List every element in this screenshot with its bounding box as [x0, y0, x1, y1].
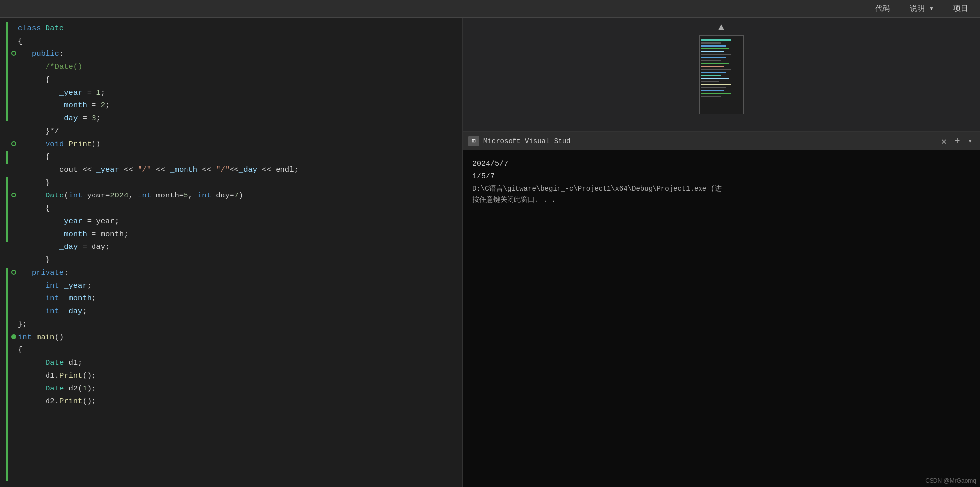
watermark: CSDN @MrGaomq [925, 477, 976, 484]
terminal-panel: ⊞ Microsoft Visual Stud ✕ + ▾ 2024/5/71/… [463, 132, 980, 487]
code-line: { [10, 73, 462, 86]
code-line: } [10, 176, 462, 189]
code-line: _day = day; [10, 241, 462, 253]
tab-description[interactable]: 说明 ▾ [906, 2, 937, 15]
terminal-output-line: 按任意键关闭此窗口. . . [472, 195, 970, 206]
code-line: cout << _year << "/" << _month << "/"<<_… [10, 163, 462, 176]
code-line: { [10, 343, 462, 356]
line-indicator [10, 334, 18, 339]
line-indicator [10, 141, 18, 146]
terminal-close-btn[interactable]: ✕ [939, 136, 949, 146]
code-line: class Date [10, 22, 462, 35]
terminal-icon: ⊞ [468, 136, 479, 146]
right-panel: ▲ [463, 18, 980, 487]
code-line: _month = 2; [10, 99, 462, 112]
preview-area: ▲ [463, 18, 980, 132]
terminal-output-line: D:\C语言\gitware\begin_-c\Project1\x64\Deb… [472, 183, 970, 195]
code-line: _year = 1; [10, 86, 462, 99]
code-line: _day = 3; [10, 112, 462, 125]
code-line: Date d2(1); [10, 382, 462, 395]
code-line: void Print() [10, 138, 462, 150]
code-line: { [10, 202, 462, 215]
code-line: Date(int year=2024, int month=5, int day… [10, 189, 462, 202]
tab-project[interactable]: 项目 [949, 2, 972, 15]
code-line: d2.Print(); [10, 395, 462, 408]
terminal-add-btn[interactable]: + [953, 136, 962, 146]
top-toolbar: 代码 说明 ▾ 项目 [0, 0, 980, 18]
line-indicator [10, 270, 18, 275]
code-line: { [10, 35, 462, 48]
code-line: int _year; [10, 279, 462, 292]
terminal-output: 2024/5/71/5/7D:\C语言\gitware\begin_-c\Pro… [463, 150, 980, 487]
tab-code[interactable]: 代码 [871, 2, 894, 15]
line-indicator [10, 193, 18, 197]
code-line: Date d1; [10, 356, 462, 369]
code-line: int _month; [10, 292, 462, 305]
code-line: { [10, 150, 462, 163]
code-line: } [10, 253, 462, 266]
code-line: public: [10, 48, 462, 60]
terminal-output-line: 1/5/7 [472, 171, 970, 183]
code-line: int _day; [10, 305, 462, 318]
code-line: }*/ [10, 125, 462, 138]
code-thumbnail [699, 35, 744, 114]
terminal-titlebar: ⊞ Microsoft Visual Stud ✕ + ▾ [463, 132, 980, 150]
code-editor: class Date{public:/*Date(){_year = 1;_mo… [0, 18, 463, 487]
line-indicator [10, 51, 18, 56]
terminal-dropdown-btn[interactable]: ▾ [966, 137, 974, 145]
code-line: d1.Print(); [10, 369, 462, 382]
code-line: private: [10, 266, 462, 279]
code-line: }; [10, 318, 462, 331]
code-line: _month = month; [10, 228, 462, 241]
code-line: _year = year; [10, 215, 462, 228]
code-line: int main() [10, 331, 462, 343]
code-line: /*Date() [10, 60, 462, 73]
terminal-output-line: 2024/5/7 [472, 158, 970, 171]
terminal-title: Microsoft Visual Stud [483, 137, 935, 145]
